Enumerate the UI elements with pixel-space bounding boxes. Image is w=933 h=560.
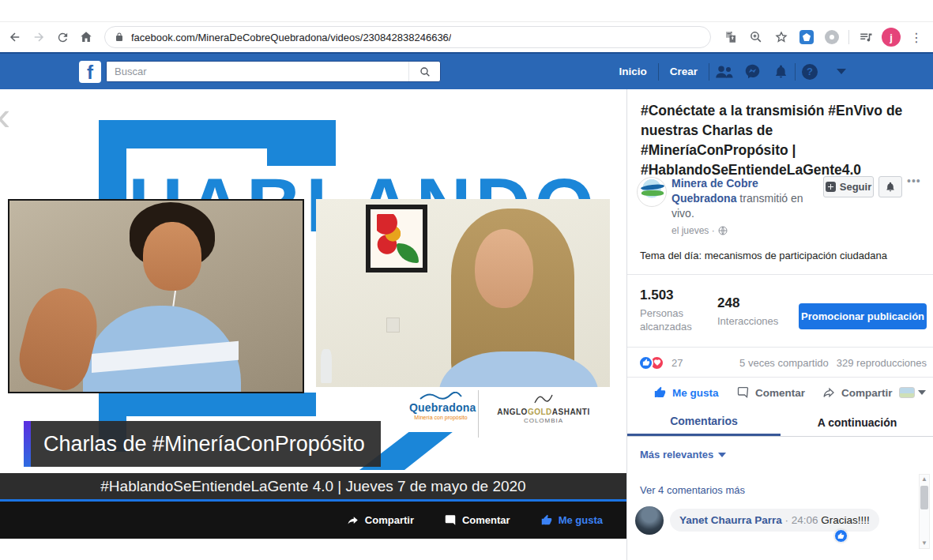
star-icon: [774, 30, 788, 44]
follow-plus-icon: [826, 182, 836, 192]
comments-scrollbar[interactable]: ▲ ▼: [919, 474, 930, 549]
light-switch: [386, 318, 400, 333]
lower-third-text: Charlas de #MineríaConPropósito: [31, 432, 365, 457]
video-comment-button[interactable]: Comentar: [444, 514, 510, 526]
profile-button[interactable]: j: [879, 25, 903, 49]
forward-button[interactable]: [27, 25, 51, 49]
comment-author-link[interactable]: Yanet Chaurra Parra: [679, 514, 782, 526]
bookmark-button[interactable]: [769, 25, 793, 49]
reload-button[interactable]: [51, 25, 74, 49]
thumbs-up-icon: [837, 532, 845, 539]
like-reaction-icon: [638, 355, 653, 370]
promote-post-button[interactable]: Promocionar publicación: [799, 303, 927, 329]
url-text: facebook.com/MineraDeCobreQuebradona/vid…: [131, 32, 451, 43]
interactions-value: 248: [717, 295, 739, 311]
zoom-in-icon: [749, 30, 763, 44]
help-button[interactable]: ?: [796, 64, 824, 80]
bottle: [321, 349, 333, 383]
home-button[interactable]: [74, 25, 98, 49]
share-as-avatar: [899, 387, 915, 398]
share-icon: [346, 514, 359, 526]
right-participant-video: [316, 199, 610, 387]
episode-strip: #HablandoSeEntiendeLaGente 4.0 | Jueves …: [0, 473, 626, 499]
back-icon: [8, 30, 22, 44]
chrome-menu-button[interactable]: ⋮: [905, 25, 928, 49]
friend-requests-button[interactable]: [709, 65, 738, 79]
facebook-logo[interactable]: f: [79, 61, 101, 83]
quebradona-logo: Quebradona Minería con propósito: [409, 392, 472, 420]
shares-count[interactable]: 5 veces compartido: [739, 357, 829, 369]
video-share-button[interactable]: Compartir: [346, 514, 414, 526]
participant-face: [143, 222, 201, 291]
comment-like-badge[interactable]: [834, 529, 848, 543]
share-button[interactable]: Compartir: [822, 386, 893, 399]
scroll-down-icon[interactable]: ▼: [921, 539, 927, 548]
reactions-count[interactable]: 27: [672, 357, 683, 369]
messenger-button[interactable]: [738, 63, 766, 80]
zoom-button[interactable]: [744, 25, 768, 49]
search-icon: [419, 66, 431, 78]
like-button[interactable]: Me gusta: [653, 386, 719, 399]
address-bar[interactable]: facebook.com/MineraDeCobreQuebradona/vid…: [104, 26, 711, 48]
search-button[interactable]: [408, 62, 440, 81]
interactions-label: Interacciones: [717, 314, 778, 328]
nav-create-link[interactable]: Crear: [659, 66, 709, 77]
post-action-row: Me gusta Comentar Compartir: [627, 378, 933, 408]
chevron-down-icon: [918, 390, 926, 395]
toolbar-divider: [848, 30, 849, 44]
notifications-button[interactable]: [766, 63, 795, 80]
account-menu-button[interactable]: [837, 69, 846, 74]
comment-button[interactable]: Comentar: [736, 386, 805, 399]
browser-toolbar: facebook.com/MineraDeCobreQuebradona/vid…: [0, 22, 933, 52]
video-like-button[interactable]: Me gusta: [540, 514, 603, 526]
back-button[interactable]: [3, 25, 27, 49]
translate-button[interactable]: [719, 25, 743, 49]
comment-tabs: Comentarios A continuación: [627, 408, 933, 437]
post-description: Tema del día: mecanismos de participació…: [640, 250, 887, 261]
comment-bubble: Yanet Chaurra Parra · 24:06 Gracias!!!!: [670, 509, 879, 532]
view-more-comments-link[interactable]: Ver 4 comentarios más: [640, 484, 745, 496]
forward-icon: [32, 30, 46, 44]
facebook-navbar: f Inicio Crear ?: [0, 52, 933, 89]
post-options-button[interactable]: •••: [907, 175, 921, 187]
extension-blue-button[interactable]: [795, 25, 818, 49]
post-meta: el jueves ·: [672, 225, 728, 236]
tab-up-next[interactable]: A continuación: [781, 408, 933, 436]
follow-button[interactable]: Seguir: [823, 176, 874, 197]
people-reached-label: Personas alcanzadas: [640, 306, 703, 333]
scroll-up-icon[interactable]: ▲: [921, 475, 927, 484]
nav-home-link[interactable]: Inicio: [608, 66, 657, 77]
extension-gear-button[interactable]: [820, 25, 844, 49]
scrollbar-thumb[interactable]: [920, 486, 928, 509]
share-as-selector[interactable]: [899, 387, 926, 398]
previous-chevron-icon[interactable]: ‹: [0, 96, 10, 137]
avatar: j: [882, 28, 901, 47]
bell-icon: [885, 181, 896, 193]
left-participant-video: [8, 199, 304, 393]
search-input[interactable]: [107, 62, 408, 81]
logo-divider: [478, 390, 479, 438]
video-player[interactable]: ‹ HABLANDO: [0, 89, 626, 560]
media-controls-button[interactable]: [854, 25, 878, 49]
facebook-search: [106, 61, 441, 82]
subscribe-bell-button[interactable]: [878, 176, 902, 197]
lower-third-accent: [24, 421, 31, 467]
commenter-avatar[interactable]: [635, 506, 664, 535]
messenger-icon: [744, 63, 761, 80]
translate-icon: [724, 30, 738, 44]
chevron-down-icon: [718, 453, 726, 457]
thumbs-up-icon: [540, 514, 553, 526]
wall-art-leaf: [397, 243, 419, 263]
comment-bubble-icon: [736, 386, 750, 399]
comment-sort-dropdown[interactable]: Más relevantes: [640, 449, 726, 460]
friends-icon: [714, 65, 733, 79]
page-avatar[interactable]: [637, 177, 667, 207]
reactions-summary[interactable]: [638, 355, 664, 370]
gear-icon: [825, 30, 839, 44]
post-timestamp[interactable]: el jueves ·: [672, 225, 715, 236]
video-action-bar: Compartir Comentar Me gusta: [0, 502, 626, 539]
tab-comments[interactable]: Comentarios: [627, 408, 781, 436]
kebab-menu-icon: ⋮: [908, 30, 925, 45]
question-icon: ?: [802, 64, 818, 80]
divider: [627, 347, 933, 348]
